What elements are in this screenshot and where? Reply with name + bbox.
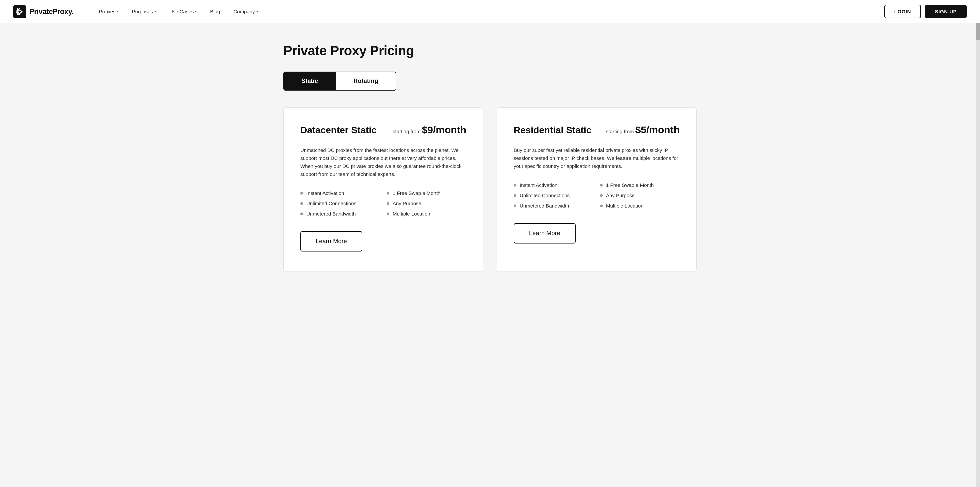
feature-label: Any Purpose — [393, 200, 422, 206]
list-item: Unmetered Bandwidth — [514, 203, 593, 208]
brand-logo-link[interactable]: PrivateProxy. — [13, 5, 74, 18]
feature-label: 1 Free Swap a Month — [393, 190, 440, 196]
svg-rect-0 — [13, 5, 26, 18]
residential-card-description: Buy our super fast yet reliable resident… — [514, 146, 680, 170]
signup-button[interactable]: SIGN UP — [925, 5, 967, 18]
residential-price-prefix: starting from — [606, 128, 634, 134]
nav-item-use-cases[interactable]: Use Cases ▾ — [164, 6, 202, 17]
residential-static-card: Residential Static starting from $5/mont… — [497, 107, 697, 272]
residential-price-amount: $5/month — [635, 124, 680, 135]
purposes-chevron-icon: ▾ — [154, 10, 156, 13]
datacenter-card-price: starting from $9/month — [393, 124, 466, 136]
list-item: Any Purpose — [600, 192, 680, 198]
feature-label: Multiple Location — [393, 211, 430, 217]
residential-learn-more-button[interactable]: Learn More — [514, 223, 576, 243]
feature-dot-icon — [514, 194, 516, 197]
company-chevron-icon: ▾ — [256, 10, 258, 13]
proxies-chevron-icon: ▾ — [117, 10, 119, 13]
list-item: Instant Activation — [300, 190, 380, 196]
feature-dot-icon — [600, 184, 603, 187]
navbar: PrivateProxy. Proxies ▾ Purposes ▾ Use C… — [0, 0, 980, 23]
feature-dot-icon — [300, 213, 303, 215]
feature-label: Instant Activation — [520, 182, 557, 188]
feature-dot-icon — [300, 202, 303, 205]
pricing-cards: Datacenter Static starting from $9/month… — [283, 107, 697, 272]
feature-dot-icon — [514, 205, 516, 207]
list-item: Unmetered Bandwidth — [300, 211, 380, 217]
residential-card-header: Residential Static starting from $5/mont… — [514, 124, 680, 136]
datacenter-learn-more-button[interactable]: Learn More — [300, 231, 362, 252]
datacenter-features-grid: Instant Activation 1 Free Swap a Month U… — [300, 190, 466, 217]
datacenter-static-card: Datacenter Static starting from $9/month… — [283, 107, 483, 272]
feature-label: 1 Free Swap a Month — [606, 182, 654, 188]
residential-card-price: starting from $5/month — [606, 124, 680, 136]
feature-label: Unlimited Connections — [520, 192, 570, 198]
datacenter-card-header: Datacenter Static starting from $9/month — [300, 124, 466, 136]
datacenter-price-prefix: starting from — [393, 128, 420, 134]
brand-logo-icon — [13, 5, 26, 18]
datacenter-card-description: Unmatched DC proxies from the fastest lo… — [300, 146, 466, 178]
nav-item-company[interactable]: Company ▾ — [228, 6, 263, 17]
feature-dot-icon — [514, 184, 516, 187]
feature-dot-icon — [387, 213, 389, 215]
feature-label: Unlimited Connections — [306, 200, 356, 206]
feature-dot-icon — [387, 202, 389, 205]
feature-dot-icon — [600, 205, 603, 207]
brand-name: PrivateProxy. — [29, 7, 74, 16]
nav-item-purposes[interactable]: Purposes ▾ — [127, 6, 161, 17]
feature-label: Instant Activation — [306, 190, 344, 196]
list-item: 1 Free Swap a Month — [387, 190, 466, 196]
list-item: Multiple Location — [600, 203, 680, 208]
feature-label: Unmetered Bandwidth — [306, 211, 356, 217]
main-content: Private Proxy Pricing Static Rotating Da… — [257, 23, 723, 298]
list-item: 1 Free Swap a Month — [600, 182, 680, 188]
nav-item-blog[interactable]: Blog — [205, 6, 225, 17]
feature-dot-icon — [300, 192, 303, 195]
feature-label: Multiple Location — [606, 203, 644, 208]
page-title: Private Proxy Pricing — [283, 43, 697, 58]
feature-label: Any Purpose — [606, 192, 635, 198]
login-button[interactable]: LOGIN — [885, 5, 921, 18]
list-item: Any Purpose — [387, 200, 466, 206]
use-cases-chevron-icon: ▾ — [195, 10, 197, 13]
datacenter-price-amount: $9/month — [422, 124, 466, 135]
list-item: Multiple Location — [387, 211, 466, 217]
list-item: Unlimited Connections — [300, 200, 380, 206]
list-item: Instant Activation — [514, 182, 593, 188]
nav-item-proxies[interactable]: Proxies ▾ — [94, 6, 124, 17]
navbar-nav: Proxies ▾ Purposes ▾ Use Cases ▾ Blog Co… — [94, 6, 885, 17]
list-item: Unlimited Connections — [514, 192, 593, 198]
scrollbar[interactable] — [976, 0, 980, 298]
feature-dot-icon — [387, 192, 389, 195]
pricing-toggle: Static Rotating — [283, 71, 697, 90]
residential-card-title: Residential Static — [514, 125, 591, 136]
feature-dot-icon — [600, 194, 603, 197]
navbar-actions: LOGIN SIGN UP — [885, 5, 967, 18]
datacenter-card-title: Datacenter Static — [300, 125, 377, 136]
residential-features-grid: Instant Activation 1 Free Swap a Month U… — [514, 182, 680, 208]
rotating-toggle-button[interactable]: Rotating — [336, 71, 396, 90]
static-toggle-button[interactable]: Static — [283, 71, 336, 90]
feature-label: Unmetered Bandwidth — [520, 203, 569, 208]
